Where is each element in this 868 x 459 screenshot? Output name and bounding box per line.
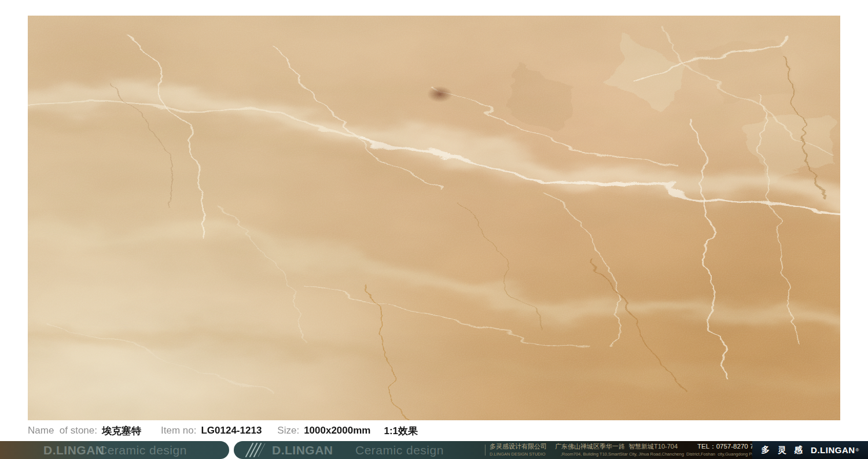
company-name-en: D.LINGAN DESIGN STUDIO [490,451,546,457]
footer-bar: D.LINGAN Ceramic design D.LINGAN Ceramic… [0,441,868,459]
company-info: 多灵感设计有限公司 广东佛山禅城区季华一路 智慧新城T10-704 TEL：07… [490,443,778,457]
brand-bar-left: D.LINGAN Ceramic design [0,441,229,459]
brand-bar-main: D.LINGAN Ceramic design 多灵感设计有限公司 广东佛山禅城… [234,441,752,459]
logo-text-cn: 多 灵 感 [762,445,806,456]
company-name-cn: 多灵感设计有限公司 [490,443,547,450]
footer-divider [485,445,486,456]
product-info-bar: Name of stone: 埃克塞特 Item no: LG0124-1213… [28,420,840,441]
marble-texture-image [28,16,840,420]
brand-tagline-center: Ceramic design [355,441,444,459]
item-no-value: LG0124-1213 [201,425,262,436]
brand-tagline-left: Ceramic design [98,441,187,459]
scale-note: 1:1效果 [384,424,418,438]
stone-name-label: Name of stone: [28,425,97,436]
page-root: Name of stone: 埃克塞特 Item no: LG0124-1213… [0,0,868,459]
address-cn: 广东佛山禅城区季华一路 智慧新城T10-704 [555,443,678,450]
item-no-label: Item no: [161,425,196,436]
size-label: Size: [277,425,299,436]
logo-text-en: D.LINGAN [811,445,855,455]
marble-slab-image [28,16,840,420]
brand-name-center: D.LINGAN [272,441,333,459]
registered-mark-icon: ® [856,447,859,453]
address-en: ,Room704, Building T10,SmartStar City, J… [561,451,778,457]
slashes-icon [238,441,266,459]
stone-name-value: 埃克塞特 [102,424,141,438]
brand-logo-block: 多 灵 感 D.LINGAN ® [752,441,868,459]
size-value: 1000x2000mm [304,425,370,436]
brand-name-left: D.LINGAN [43,441,105,459]
